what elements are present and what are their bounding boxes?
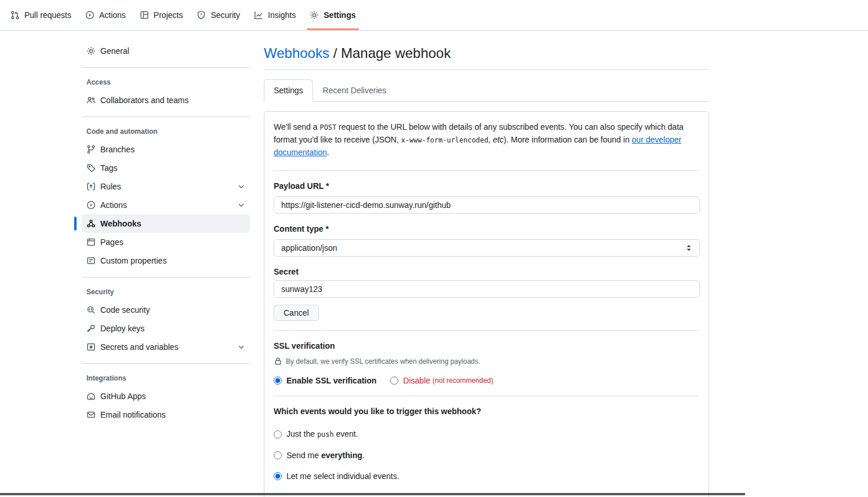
sidebar-divider (82, 116, 250, 117)
nav-label: Actions (99, 9, 126, 21)
ssl-disable-radio[interactable] (390, 377, 398, 385)
code-scan-icon (86, 305, 96, 315)
sidebar-section-security: Security (82, 280, 250, 301)
nav-actions[interactable]: Actions (81, 6, 130, 24)
nav-insights[interactable]: Insights (249, 6, 300, 24)
just-push-radio[interactable] (274, 430, 282, 438)
sidebar-item-rules[interactable]: Rules (82, 177, 250, 196)
note-icon (86, 256, 96, 265)
individual-events-radio[interactable] (274, 472, 282, 480)
updown-caret-icon (685, 244, 692, 252)
tab-recent-deliveries[interactable]: Recent Deliveries (313, 79, 397, 102)
play-circle-icon (86, 200, 96, 210)
tab-settings[interactable]: Settings (264, 79, 313, 102)
sidebar-item-deploy-keys[interactable]: Deploy keys (82, 319, 250, 338)
ssl-enable-option[interactable]: Enable SSL verification (274, 376, 376, 385)
people-icon (86, 96, 96, 105)
payload-url-label: Payload URL * (274, 180, 699, 192)
webhook-form-box: We'll send a POST request to the URL bel… (264, 111, 709, 497)
webhook-tabs: Settings Recent Deliveries (264, 79, 709, 102)
breadcrumb-current: Manage webhook (341, 45, 451, 61)
git-pull-request-icon (10, 10, 20, 20)
key-icon (86, 324, 96, 333)
ssl-options: Enable SSL verification Disable (not rec… (274, 376, 699, 385)
nav-label: Settings (324, 9, 355, 21)
cancel-button[interactable]: Cancel (274, 305, 319, 321)
chevron-down-icon (237, 343, 245, 351)
settings-sidebar: General Access Collaborators and teams C… (82, 42, 250, 424)
event-option-just-push[interactable]: Just the push event. (274, 429, 699, 439)
tag-icon (86, 163, 96, 173)
sidebar-item-collaborators-and-teams[interactable]: Collaborators and teams (82, 91, 250, 109)
nav-pull-requests[interactable]: Pull requests (6, 6, 76, 24)
nav-label: Pull requests (24, 9, 71, 21)
horizontal-scrollbar[interactable] (0, 493, 745, 495)
play-circle-icon (85, 10, 95, 20)
payload-url-input[interactable] (274, 196, 700, 214)
sidebar-item-actions[interactable]: Actions (82, 196, 250, 214)
shield-icon (197, 10, 206, 20)
send-everything-radio[interactable] (274, 451, 282, 459)
events-heading: Which events would you like to trigger t… (274, 405, 699, 418)
hubot-icon (86, 392, 96, 401)
sidebar-item-general[interactable]: General (82, 42, 250, 60)
nav-settings[interactable]: Settings (305, 6, 360, 24)
webhook-icon (86, 219, 96, 228)
section-divider (274, 170, 699, 171)
content-type-label: Content type * (274, 223, 699, 235)
webhooks-breadcrumb-link[interactable]: Webhooks (264, 45, 329, 61)
sidebar-section-integrations: Integrations (82, 366, 250, 387)
browser-icon (86, 237, 96, 247)
page-title: Webhooks / Manage webhook (264, 44, 709, 70)
graph-icon (254, 10, 263, 20)
section-divider (274, 330, 699, 331)
sidebar-item-secrets-and-variables[interactable]: Secrets and variables (82, 338, 250, 356)
ssl-verification-heading: SSL verification (274, 340, 699, 352)
ssl-enable-radio[interactable] (274, 377, 282, 385)
sidebar-item-code-security[interactable]: Code security (82, 301, 250, 319)
sidebar-divider (82, 67, 250, 68)
sidebar-divider (82, 363, 250, 364)
chevron-down-icon (237, 201, 245, 209)
nav-label: Projects (154, 9, 183, 21)
sidebar-item-tags[interactable]: Tags (82, 159, 250, 177)
sidebar-section-access: Access (82, 70, 250, 91)
breadcrumb-separator: / (329, 45, 341, 61)
sidebar-item-webhooks[interactable]: Webhooks (82, 214, 250, 233)
git-branch-icon (86, 145, 96, 154)
sidebar-item-custom-properties[interactable]: Custom properties (82, 251, 250, 270)
nav-security[interactable]: Security (192, 6, 245, 24)
mail-icon (86, 410, 96, 419)
nav-projects[interactable]: Projects (135, 6, 188, 24)
rules-icon (86, 182, 96, 191)
chevron-down-icon (237, 182, 245, 191)
event-option-individual[interactable]: Let me select individual events. (274, 472, 699, 481)
secrets-icon (86, 342, 96, 352)
webhook-description: We'll send a POST request to the URL bel… (274, 121, 699, 159)
secret-label: Secret (274, 266, 699, 278)
webhook-settings-main: Webhooks / Manage webhook Settings Recen… (264, 44, 709, 497)
sidebar-item-pages[interactable]: Pages (82, 233, 250, 251)
gear-icon (310, 10, 319, 20)
ssl-disable-option[interactable]: Disable (not recommended) (390, 376, 493, 385)
lock-icon (274, 357, 282, 366)
section-divider (274, 396, 699, 396)
secret-input[interactable] (274, 280, 700, 298)
nav-label: Insights (268, 9, 296, 21)
sidebar-item-github-apps[interactable]: GitHub Apps (82, 387, 250, 405)
project-icon (140, 10, 149, 20)
sidebar-divider (82, 277, 250, 277)
repo-top-nav: Pull requests Actions Projects Security … (0, 0, 868, 31)
sidebar-section-code-and-automation: Code and automation (82, 119, 250, 140)
gear-icon (86, 46, 96, 56)
content-type-select[interactable]: application/json (274, 239, 700, 257)
ssl-note: By default, we verify SSL certificates w… (274, 357, 699, 366)
event-option-everything[interactable]: Send me everything. (274, 451, 699, 460)
sidebar-item-email-notifications[interactable]: Email notifications (82, 405, 250, 424)
sidebar-item-branches[interactable]: Branches (82, 140, 250, 159)
nav-label: Security (210, 9, 240, 21)
